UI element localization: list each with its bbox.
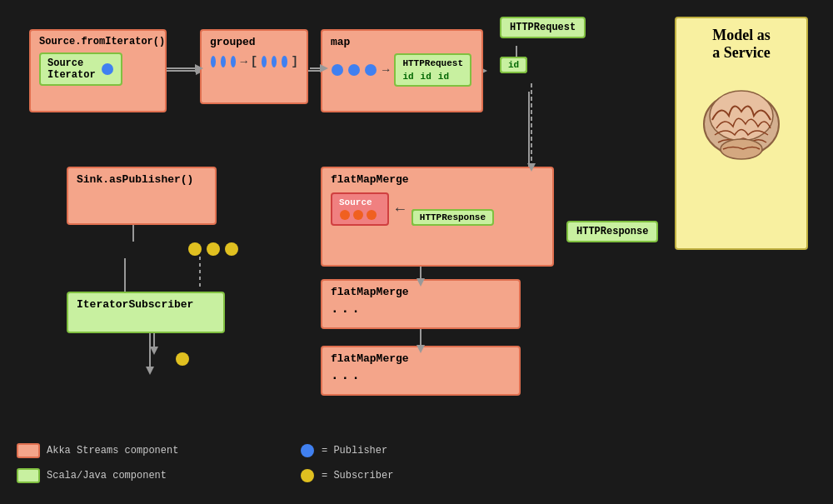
http-response-inner: HTTPResponse [412,209,494,226]
id-label-2: id [421,72,431,82]
source-iterator-inner: SourceIterator [39,52,122,86]
svg-marker-16 [146,367,154,375]
flat-map-merge-2-label: flatMapMerge [331,286,511,298]
bracket-open: [ [251,55,257,68]
brain-illustration [691,70,791,170]
dot-yellow-legend-label: = Subscriber [322,470,393,482]
grouped-box: grouped → [ ] [200,29,308,104]
iterator-subscriber-label: IteratorSubscriber [77,298,215,311]
source-from-iterator-box: Source.fromIterator() SourceIterator [29,29,167,112]
grouped-label: grouped [210,36,298,48]
id-label-3: id [438,72,449,82]
http-response-floating: HTTPResponse [566,221,658,242]
dot-blue-1 [211,56,216,67]
map-dots-row: → HTTPRequest id id id [331,53,473,87]
http-response-floating-label: HTTPResponse [576,226,648,237]
bracket-close: ] [292,55,298,68]
legend-item-2-label: Scala/Java component [47,470,167,482]
source-inner-label: Source [339,197,381,207]
svg-point-18 [710,91,773,141]
legend-item-2: Scala/Java component [17,468,167,483]
yellow-dot-2 [207,242,220,256]
iterator-subscriber-box: IteratorSubscriber [67,292,225,333]
orange-dot-1 [340,210,350,220]
yellow-dot-single [176,352,189,366]
flat-map-merge-3-dots: ... [331,368,511,383]
map-box: map → HTTPRequest id id id [321,29,483,112]
sink-publisher-label: Sink.asPublisher() [77,173,207,186]
map-label: map [331,36,473,48]
map-dot-1 [332,64,343,76]
flat-map-merge-3-box: flatMapMerge ... [321,346,521,396]
yellow-dot-3 [225,242,238,256]
dot-blue-2 [221,56,226,67]
id-float-3: id [500,57,527,73]
dot-blue-4 [262,56,267,67]
dots-below-sink [187,242,239,257]
http-request-inner-label: HTTPRequest [402,58,463,68]
dot-legend-blue: = Publisher [300,443,387,458]
yellow-dot-1 [188,242,202,256]
flat-map-merge-2-dots: ... [331,302,511,317]
flat-map-merge-3-label: flatMapMerge [331,352,511,365]
http-request-floating: HTTPRequest [500,17,586,38]
dot-blue-source [102,63,113,75]
http-request-floating-label: HTTPRequest [510,22,576,33]
svg-marker-29 [150,347,158,355]
flat-map-merge-1-box: flatMapMerge Source ← id id id H [321,167,554,267]
legend-item-1: Akka Streams component [17,443,178,458]
source-inner-box: Source [331,192,389,226]
dot-blue-6 [282,56,287,67]
orange-dot-3 [367,210,377,220]
model-service-box: Model asa Service [675,17,808,250]
arrow-symbol: → [240,55,247,68]
flat-map-merge-1-label: flatMapMerge [331,173,544,186]
model-service-title: Model asa Service [712,27,771,62]
http-request-inner: HTTPRequest id id id [394,53,471,87]
grouped-dots-row: → [ ] [210,55,298,68]
source-label: SourceIterator [47,57,96,81]
left-arrow-symbol: ← [396,201,405,217]
legend-dot-yellow [301,469,314,482]
legend-item-1-label: Akka Streams component [47,445,178,457]
source-from-iterator-label: Source.fromIterator() [39,36,157,47]
dot-blue-5 [272,56,277,67]
id-label-1: id [402,72,413,82]
sink-publisher-box: Sink.asPublisher() [67,167,217,225]
dot-below-iterator [175,352,190,371]
flat-map-merge-1-inner: Source ← id id id HTTPResponse [331,192,544,226]
dot-blue-3 [231,56,236,67]
map-arrow: → [382,63,389,77]
legend-salmon-box [17,443,40,458]
legend-green-box [17,468,40,483]
map-dot-3 [365,64,377,76]
orange-dot-2 [353,210,363,220]
map-dot-2 [348,64,360,76]
dot-blue-legend-label: = Publisher [322,445,387,457]
dot-legend-yellow: = Subscriber [300,468,393,483]
flat-map-merge-2-box: flatMapMerge ... [321,279,521,329]
legend-dot-blue [301,444,314,457]
